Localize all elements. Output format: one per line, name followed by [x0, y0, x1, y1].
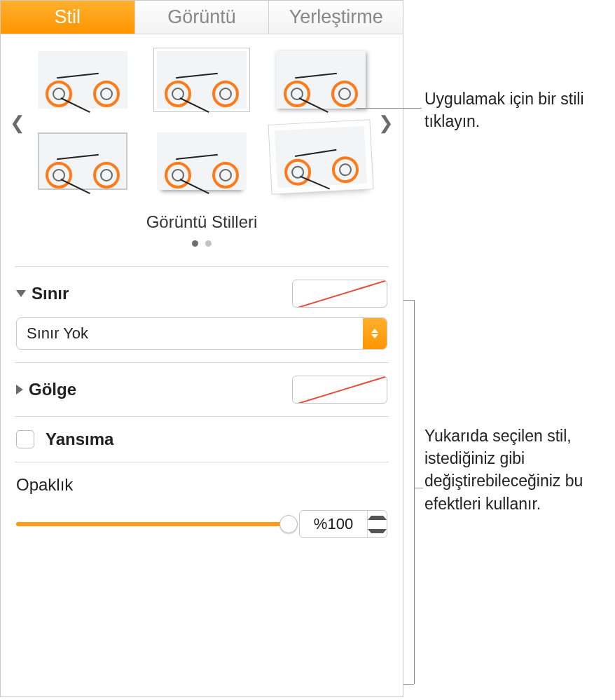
border-type-value: Sınır Yok [17, 324, 363, 343]
opacity-label: Opaklık [16, 475, 387, 495]
stepper-up-icon[interactable] [368, 511, 387, 524]
prev-styles-arrow-icon[interactable]: ❮ [8, 102, 27, 144]
style-thumb-1[interactable] [32, 51, 134, 109]
reflection-section: Yansıma [1, 417, 403, 462]
reflection-label: Yansıma [46, 430, 113, 449]
callout-bracket-top [403, 300, 414, 301]
border-label: Sınır [32, 284, 69, 303]
callout-bracket-bottom [403, 684, 414, 685]
border-preview-swatch[interactable] [292, 280, 387, 308]
opacity-value-stepper[interactable]: %100 [299, 510, 387, 538]
shadow-disclosure-icon[interactable] [16, 385, 23, 394]
callout-line-1 [356, 108, 422, 109]
border-disclosure-icon[interactable] [16, 290, 26, 297]
style-thumbnails [27, 51, 376, 194]
tab-style[interactable]: Stil [1, 1, 135, 34]
stepper-down-icon[interactable] [368, 524, 387, 537]
callout-click-to-apply: Uygulamak için bir stili tıklayın. [424, 88, 607, 132]
opacity-section: Opaklık %100 [1, 462, 403, 551]
callout-bracket [414, 300, 415, 684]
page-dot-2[interactable] [205, 240, 212, 247]
image-styles-area: ❮ ❯ Görüntü Stilleri [1, 34, 403, 266]
image-styles-heading: Görüntü Stilleri [8, 212, 396, 232]
tab-image[interactable]: Görüntü [135, 1, 270, 34]
border-section: Sınır Sınır Yok [1, 267, 403, 362]
callout-effects: Yukarıda seçilen stil, istediğiniz gibi … [424, 425, 614, 515]
style-page-dots [8, 240, 396, 247]
style-thumb-3[interactable] [270, 51, 372, 109]
tab-bar: Stil Görüntü Yerleştirme [1, 1, 403, 34]
page-dot-1[interactable] [192, 240, 198, 247]
shadow-preview-swatch[interactable] [292, 376, 387, 404]
shadow-section: Gölge [1, 363, 403, 416]
opacity-slider[interactable] [16, 522, 289, 526]
style-thumb-5[interactable] [151, 128, 253, 194]
reflection-checkbox[interactable] [16, 430, 34, 448]
dropdown-toggle-icon [363, 318, 387, 349]
slider-knob-icon[interactable] [279, 515, 298, 533]
style-thumb-4[interactable] [32, 128, 134, 194]
shadow-label: Gölge [29, 380, 76, 399]
border-type-dropdown[interactable]: Sınır Yok [16, 317, 387, 350]
tab-arrange[interactable]: Yerleştirme [269, 1, 403, 34]
format-sidebar: Stil Görüntü Yerleştirme ❮ ❯ Görüntü Sti… [0, 0, 403, 697]
callout-bracket-connector [415, 488, 423, 488]
style-thumb-2[interactable] [151, 51, 253, 109]
style-thumb-6[interactable] [270, 128, 372, 194]
opacity-value: %100 [300, 511, 367, 537]
